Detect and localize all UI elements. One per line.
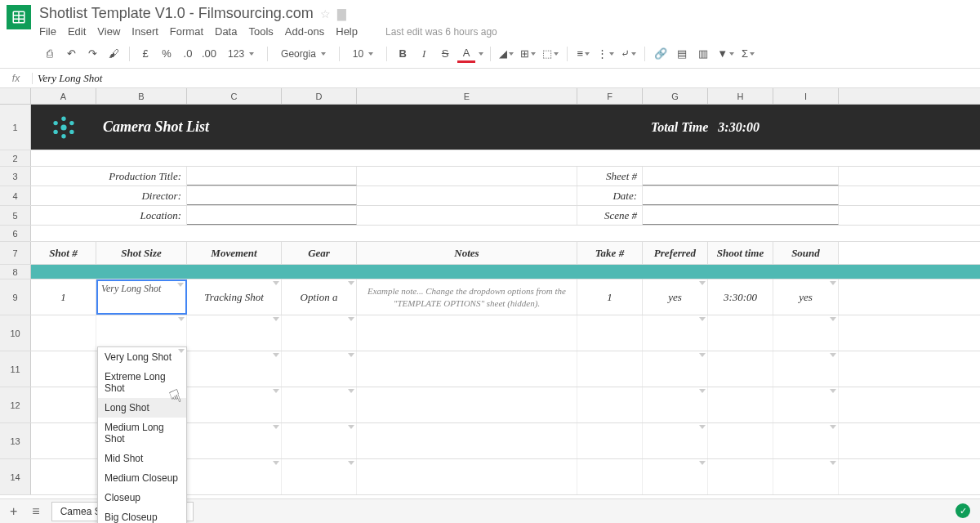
dropdown-arrow-icon[interactable] [830,425,836,429]
row-14-header[interactable]: 14 [0,459,31,494]
dropdown-arrow-icon[interactable] [699,353,706,357]
row-7-header[interactable]: 7 [0,242,31,264]
dec-decrease-button[interactable]: .0 [179,45,197,63]
currency-button[interactable]: £ [136,45,154,63]
menu-tools[interactable]: Tools [248,25,273,38]
menu-data[interactable]: Data [215,25,237,38]
dropdown-option[interactable]: Medium Closeup [98,468,186,488]
dropdown-arrow-icon[interactable] [830,317,836,321]
link-icon[interactable]: 🔗 [652,45,670,63]
dropdown-option[interactable]: Big Closeup [98,507,186,523]
redo-icon[interactable]: ↷ [83,45,101,63]
chart-icon[interactable]: ▥ [694,45,712,63]
row-10-header[interactable]: 10 [0,315,31,351]
star-icon[interactable]: ☆ [320,7,331,20]
select-all-corner[interactable] [0,88,31,104]
merge-icon[interactable]: ⬚ [541,45,560,63]
cell-gear[interactable]: Option a [282,279,357,315]
dropdown-arrow-icon[interactable] [830,461,836,465]
row-8-header[interactable]: 8 [0,265,31,279]
folder-icon[interactable]: ▇ [337,7,346,20]
cell-shotsize[interactable]: Very Long Shot [96,279,187,315]
font-select[interactable]: Georgia [274,45,332,63]
scene-num-field[interactable] [643,206,839,225]
dropdown-arrow-icon[interactable] [699,281,706,285]
col-E[interactable]: E [357,88,577,104]
wrap-icon[interactable]: ⤶ [619,45,638,63]
dropdown-arrow-icon[interactable] [348,317,354,321]
dropdown-arrow-icon[interactable] [178,349,185,353]
all-sheets-button[interactable]: ≡ [29,504,42,519]
dropdown-arrow-icon[interactable] [699,461,706,465]
dropdown-arrow-icon[interactable] [273,353,279,357]
add-sheet-button[interactable]: + [7,504,20,519]
dropdown-arrow-icon[interactable] [699,425,706,429]
dropdown-arrow-icon[interactable] [273,281,279,285]
cell-preferred[interactable]: yes [643,279,708,315]
filter-icon[interactable]: ▼ [715,45,736,63]
cell-movement[interactable]: Tracking Shot [187,279,282,315]
fill-color-icon[interactable]: ◢ [497,45,515,63]
dropdown-arrow-icon[interactable] [273,461,279,465]
sheets-logo[interactable] [7,5,31,29]
percent-button[interactable]: % [158,45,176,63]
dropdown-option[interactable]: Long Shot [98,398,186,418]
row-5-header[interactable]: 5 [0,206,31,225]
formula-input[interactable]: Very Long Shot [33,72,980,85]
dropdown-arrow-icon[interactable] [699,389,706,393]
menu-help[interactable]: Help [336,25,358,38]
col-H[interactable]: H [708,88,773,104]
col-D[interactable]: D [282,88,357,104]
col-A[interactable]: A [31,88,96,104]
cell-shoottime[interactable]: 3:30:00 [708,279,773,315]
dropdown-arrow-icon[interactable] [348,461,354,465]
dropdown-arrow-icon[interactable] [699,317,706,321]
borders-icon[interactable]: ⊞ [519,45,537,63]
col-F[interactable]: F [577,88,643,104]
row-1-header[interactable]: 1 [0,105,31,150]
number-format-select[interactable]: 123 [221,45,261,63]
menu-addons[interactable]: Add-ons [285,25,324,38]
row-13-header[interactable]: 13 [0,423,31,458]
dropdown-arrow-icon[interactable] [273,425,279,429]
text-color-button[interactable]: A [457,45,475,63]
dropdown-arrow-icon[interactable] [830,389,836,393]
location-field[interactable] [187,206,357,225]
strike-button[interactable]: S [436,45,454,63]
menu-edit[interactable]: Edit [68,25,86,38]
comment-icon[interactable]: ▤ [673,45,691,63]
menu-format[interactable]: Format [170,25,203,38]
cell-notes[interactable]: Example note... Change the dropdown opti… [357,279,577,315]
dropdown-option[interactable]: Mid Shot [98,449,186,468]
col-C[interactable]: C [187,88,282,104]
dropdown-arrow-icon[interactable] [348,353,354,357]
row-6-header[interactable]: 6 [0,226,31,241]
dropdown-option[interactable]: Medium Long Shot [98,418,186,449]
dropdown-option[interactable]: Closeup [98,488,186,507]
undo-icon[interactable]: ↶ [62,45,80,63]
dropdown-arrow-icon[interactable] [348,389,354,393]
dropdown-arrow-icon[interactable] [178,317,185,321]
col-B[interactable]: B [96,88,187,104]
row-11-header[interactable]: 11 [0,351,31,387]
dropdown-option[interactable]: Very Long Shot [98,347,186,367]
cell-take[interactable]: 1 [577,279,643,315]
row-3-header[interactable]: 3 [0,167,31,186]
dropdown-arrow-icon[interactable] [348,281,354,285]
valign-icon[interactable]: ⋮ [595,45,616,63]
col-G[interactable]: G [643,88,708,104]
row-2-header[interactable]: 2 [0,150,31,166]
production-title-field[interactable] [187,167,357,186]
dec-increase-button[interactable]: .00 [200,45,218,63]
halign-icon[interactable]: ≡ [574,45,592,63]
row-9-header[interactable]: 9 [0,279,31,315]
row-12-header[interactable]: 12 [0,387,31,422]
dropdown-arrow-icon[interactable] [830,353,836,357]
bold-button[interactable]: B [394,45,412,63]
paint-format-icon[interactable]: 🖌 [105,45,122,63]
doc-title[interactable]: Shotlist Template V1.0 - Filmsourcing.co… [39,5,314,22]
menu-file[interactable]: File [39,25,56,38]
menu-insert[interactable]: Insert [131,25,158,38]
dropdown-arrow-icon[interactable] [177,283,184,287]
dropdown-arrow-icon[interactable] [830,281,836,285]
